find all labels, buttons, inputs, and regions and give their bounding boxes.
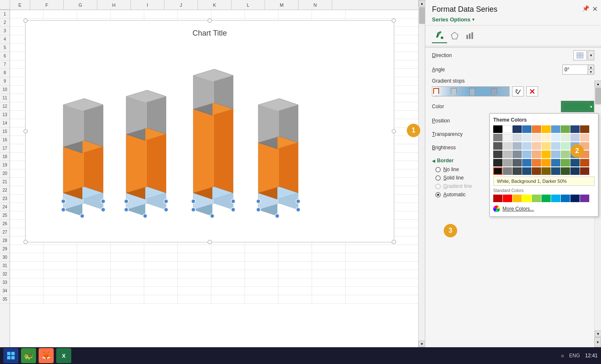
scroll-down-btn[interactable]: ▼ [419,341,425,347]
taskbar-chevron[interactable]: » [561,352,564,359]
panel-pin-btn[interactable]: 📌 [582,5,589,12]
color-darkblue[interactable] [513,125,522,133]
handle-br[interactable] [392,240,396,244]
gradient-line-radio[interactable] [435,184,441,189]
color-btn-wrapper[interactable]: ▾ Theme Colors [561,101,594,112]
grid-cell[interactable] [144,10,178,18]
grid-cell[interactable] [10,262,44,270]
tc-r6-c2[interactable] [503,167,512,175]
shape-icon-tab[interactable] [447,28,462,43]
grid-cell[interactable] [77,245,111,253]
grid-cell[interactable] [245,245,278,253]
vertical-scrollbar[interactable]: ▲ ▼ [418,0,425,347]
grid-cell[interactable] [312,295,346,304]
tc-r5-c9[interactable] [570,159,580,166]
grid-cell[interactable] [312,245,346,253]
grid-cell[interactable] [211,10,245,18]
tc-r3-c5[interactable] [532,142,541,150]
scroll-up-btn[interactable]: ▲ [419,0,425,7]
tc-r4-c5[interactable] [532,151,541,158]
tc-r2-c7[interactable] [551,134,560,141]
grid-cell[interactable] [211,253,245,262]
tc-r6-c7[interactable] [551,167,560,175]
std-c10[interactable] [580,195,589,202]
start-button[interactable] [3,348,18,363]
tc-r6-c1-selected[interactable] [493,167,502,175]
grid-cell[interactable] [178,287,211,295]
tc-r5-c10[interactable] [580,159,589,166]
handle-bl[interactable] [23,240,28,244]
handle-mr[interactable] [392,129,396,133]
grid-cell[interactable] [278,270,312,278]
tc-r2-c6[interactable] [541,134,551,141]
grid-cell[interactable] [44,278,77,287]
grid-cell[interactable] [211,270,245,278]
color-lightblue[interactable] [551,125,560,133]
automatic-radio[interactable] [435,192,441,198]
handle-tr[interactable] [392,18,396,23]
grid-cell[interactable] [144,287,178,295]
tc-r6-c6[interactable] [541,167,551,175]
tc-r2-c2[interactable] [503,134,512,141]
tc-r5-c4[interactable] [522,159,531,166]
grid-cell[interactable] [144,245,178,253]
std-c7[interactable] [551,195,560,202]
direction-control[interactable]: ▾ [573,50,594,60]
grid-cell[interactable] [111,262,144,270]
tc-r6-c10[interactable] [580,167,589,175]
angle-input[interactable]: 0° [562,65,588,75]
grid-cell[interactable] [44,295,77,304]
panel-scroll-down[interactable]: ▼ [595,330,601,337]
grid-cell[interactable] [312,253,346,262]
tc-r5-c8[interactable] [561,159,570,166]
grid-cell[interactable] [111,287,144,295]
tc-r2-c5[interactable] [532,134,541,141]
grid-cell[interactable] [111,278,144,287]
color-black[interactable] [493,125,502,133]
grid-cell[interactable] [44,253,77,262]
color-yellow[interactable] [541,125,551,133]
remove-gradient-stop-btn[interactable] [526,86,538,96]
grid-cell[interactable] [211,278,245,287]
add-gradient-stop-btn[interactable] [512,86,524,96]
grid-cell[interactable] [245,10,278,18]
color-green[interactable] [561,125,570,133]
std-c1[interactable] [493,195,502,202]
tc-r3-c3[interactable] [513,142,522,150]
grid-cell[interactable] [111,253,144,262]
angle-control[interactable]: 0° ▲ ▼ [562,65,594,75]
gradient-stop-1[interactable] [433,88,439,96]
std-c6[interactable] [541,195,551,202]
angle-spin-up[interactable]: ▲ [588,65,594,70]
tc-r4-c2[interactable] [503,151,512,158]
color-white[interactable] [503,125,512,133]
handle-bm[interactable] [208,240,212,244]
chart-area[interactable]: Chart Title [25,20,394,242]
gradient-track[interactable] [432,86,510,96]
fill-icon-tab[interactable] [432,28,447,43]
tc-r5-c2[interactable] [503,159,512,166]
tc-r6-c3[interactable] [513,167,522,175]
grid-cell[interactable] [278,253,312,262]
tc-r2-c3[interactable] [513,134,522,141]
tc-r3-c7[interactable] [551,142,560,150]
tc-r6-c5[interactable] [532,167,541,175]
color-orange[interactable] [532,125,541,133]
handle-tm[interactable] [208,18,212,23]
tc-r2-c1[interactable] [493,134,502,141]
angle-spin-down[interactable]: ▼ [588,70,594,75]
grid-cell[interactable] [44,262,77,270]
taskbar-app-2[interactable]: 🦊 [39,348,54,363]
tc-r5-c6[interactable] [541,159,551,166]
std-c9[interactable] [570,195,580,202]
gradient-stop-4[interactable] [491,88,497,96]
grid-cell[interactable] [44,270,77,278]
grid-cell[interactable] [312,270,346,278]
solid-line-radio[interactable] [435,175,441,181]
grid-cell[interactable] [245,262,278,270]
grid-cell[interactable] [10,287,44,295]
grid-cell[interactable] [144,262,178,270]
std-c8[interactable] [561,195,570,202]
tc-r3-c8[interactable] [561,142,570,150]
color-navy[interactable] [570,125,580,133]
